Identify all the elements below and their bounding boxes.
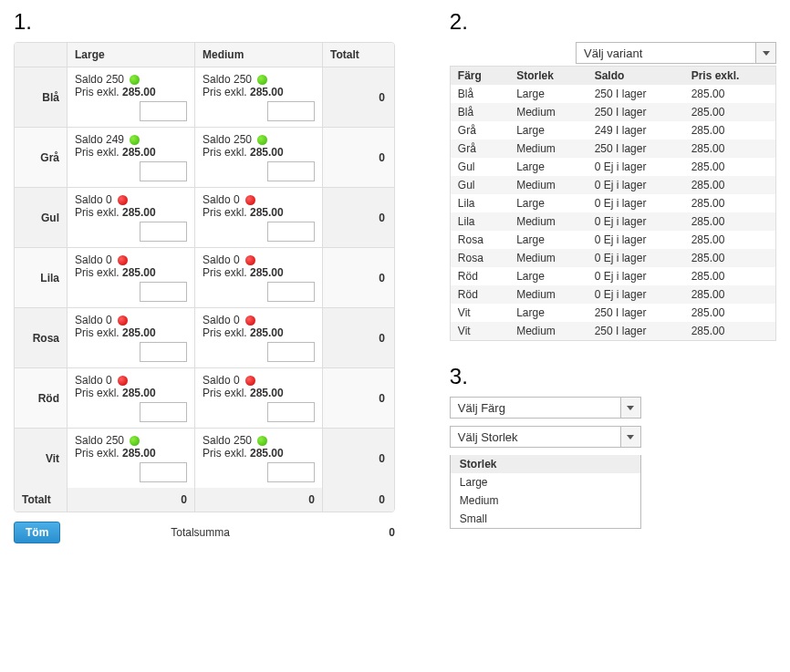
table-cell-storlek: Large xyxy=(509,194,587,212)
table-row[interactable]: BlåLarge250 I lager285.00 xyxy=(450,85,775,103)
qty-input[interactable] xyxy=(267,462,315,482)
grid-cell: Saldo 249Pris exkl. 285.00 xyxy=(68,128,195,187)
grid-row-color: Blå xyxy=(15,67,68,127)
table-cell-storlek: Large xyxy=(509,267,587,285)
grid-head-medium: Medium xyxy=(195,43,323,67)
qty-input[interactable] xyxy=(140,342,187,362)
table-row[interactable]: BlåMedium250 I lager285.00 xyxy=(450,103,775,121)
color-select-text: Välj Färg xyxy=(451,401,620,415)
price-line: Pris exkl. 285.00 xyxy=(203,266,315,279)
grid-row: GråSaldo 249Pris exkl. 285.00Saldo 250Pr… xyxy=(15,128,394,188)
price-line: Pris exkl. 285.00 xyxy=(203,146,315,159)
table-cell-farg: Gul xyxy=(450,158,509,176)
table-cell-farg: Grå xyxy=(450,140,509,158)
qty-input[interactable] xyxy=(140,282,187,302)
saldo-line: Saldo 249 xyxy=(75,133,187,146)
qty-input[interactable] xyxy=(267,161,315,181)
saldo-line: Saldo 0 xyxy=(203,314,315,326)
grid-row-color: Lila xyxy=(15,248,68,307)
chevron-down-icon xyxy=(755,43,775,63)
table-cell-saldo: 250 I lager xyxy=(587,103,684,121)
grid-row-total: 0 xyxy=(323,308,394,367)
table-row[interactable]: GulLarge0 Ej i lager285.00 xyxy=(450,158,775,176)
section-1-heading: 1. xyxy=(14,9,395,35)
vcol-saldo: Saldo xyxy=(587,67,684,86)
section-3-heading: 3. xyxy=(450,364,776,389)
table-cell-pris: 285.00 xyxy=(684,212,776,231)
vcol-pris: Pris exkl. xyxy=(684,67,776,86)
price-line: Pris exkl. 285.00 xyxy=(75,146,187,159)
saldo-line: Saldo 0 xyxy=(203,193,315,206)
table-cell-pris: 285.00 xyxy=(684,140,776,158)
price-line: Pris exkl. 285.00 xyxy=(203,326,315,339)
table-row[interactable]: RosaMedium0 Ej i lager285.00 xyxy=(450,249,775,267)
qty-input[interactable] xyxy=(140,222,187,242)
qty-input[interactable] xyxy=(267,282,315,302)
table-cell-storlek: Medium xyxy=(509,322,587,341)
grid-cell: Saldo 250Pris exkl. 285.00 xyxy=(68,429,195,488)
table-row[interactable]: GråMedium250 I lager285.00 xyxy=(450,140,775,158)
grid-cell: Saldo 0Pris exkl. 285.00 xyxy=(68,248,195,307)
table-cell-storlek: Medium xyxy=(509,103,587,121)
grid-cell: Saldo 250Pris exkl. 285.00 xyxy=(68,67,195,127)
price-line: Pris exkl. 285.00 xyxy=(75,447,187,460)
grid-row-color: Rosa xyxy=(15,308,68,367)
grid-head-total: Totalt xyxy=(323,43,394,67)
table-row[interactable]: VitMedium250 I lager285.00 xyxy=(450,322,775,341)
vcol-storlek: Storlek xyxy=(509,67,587,86)
price-line: Pris exkl. 285.00 xyxy=(203,387,315,399)
table-cell-saldo: 0 Ej i lager xyxy=(587,176,684,194)
totalsumma-label: Totalsumma xyxy=(78,526,322,539)
grid-cell: Saldo 0Pris exkl. 285.00 xyxy=(195,308,323,367)
qty-input[interactable] xyxy=(140,161,187,181)
table-cell-saldo: 0 Ej i lager xyxy=(587,212,684,231)
status-dot-green-icon xyxy=(257,436,267,446)
table-row[interactable]: RödLarge0 Ej i lager285.00 xyxy=(450,267,775,285)
table-cell-farg: Vit xyxy=(450,304,509,322)
table-cell-saldo: 0 Ej i lager xyxy=(587,267,684,285)
qty-input[interactable] xyxy=(140,462,187,482)
table-cell-saldo: 250 I lager xyxy=(587,85,684,103)
variant-grid: Large Medium Totalt BlåSaldo 250Pris exk… xyxy=(14,42,395,512)
grid-row-total: 0 xyxy=(323,67,394,127)
qty-input[interactable] xyxy=(267,342,315,362)
variant-select[interactable]: Välj variant xyxy=(576,42,776,64)
grid-row: RödSaldo 0Pris exkl. 285.00Saldo 0Pris e… xyxy=(15,368,394,429)
size-option[interactable]: Medium xyxy=(451,491,640,510)
status-dot-red-icon xyxy=(118,315,128,326)
chevron-down-icon xyxy=(620,398,640,418)
size-select[interactable]: Välj Storlek xyxy=(450,426,641,448)
qty-input[interactable] xyxy=(140,402,187,422)
table-cell-saldo: 250 I lager xyxy=(587,304,684,322)
table-cell-storlek: Medium xyxy=(509,140,587,158)
price-line: Pris exkl. 285.00 xyxy=(203,206,315,219)
qty-input[interactable] xyxy=(267,101,315,121)
grid-cell: Saldo 0Pris exkl. 285.00 xyxy=(195,368,323,428)
grid-row-total: 0 xyxy=(323,248,394,307)
qty-input[interactable] xyxy=(267,222,315,242)
table-cell-farg: Rosa xyxy=(450,249,509,267)
table-cell-farg: Rosa xyxy=(450,231,509,249)
table-cell-farg: Vit xyxy=(450,322,509,341)
table-cell-pris: 285.00 xyxy=(684,304,776,322)
table-row[interactable]: GråLarge249 I lager285.00 xyxy=(450,121,775,140)
size-option[interactable]: Large xyxy=(451,473,640,491)
qty-input[interactable] xyxy=(267,402,315,422)
table-row[interactable]: LilaMedium0 Ej i lager285.00 xyxy=(450,212,775,231)
table-row[interactable]: LilaLarge0 Ej i lager285.00 xyxy=(450,194,775,212)
table-row[interactable]: VitLarge250 I lager285.00 xyxy=(450,304,775,322)
table-cell-storlek: Large xyxy=(509,158,587,176)
table-cell-storlek: Medium xyxy=(509,285,587,304)
size-select-dropdown: Storlek LargeMediumSmall xyxy=(450,455,641,529)
table-row[interactable]: RosaLarge0 Ej i lager285.00 xyxy=(450,231,775,249)
table-cell-storlek: Large xyxy=(509,304,587,322)
qty-input[interactable] xyxy=(140,101,187,121)
clear-button[interactable]: Töm xyxy=(14,522,60,543)
size-option[interactable]: Small xyxy=(451,510,640,528)
saldo-line: Saldo 250 xyxy=(203,133,315,146)
color-select[interactable]: Välj Färg xyxy=(450,397,641,419)
table-row[interactable]: GulMedium0 Ej i lager285.00 xyxy=(450,176,775,194)
grid-row: GulSaldo 0Pris exkl. 285.00Saldo 0Pris e… xyxy=(15,188,394,248)
table-row[interactable]: RödMedium0 Ej i lager285.00 xyxy=(450,285,775,304)
grid-cell: Saldo 0Pris exkl. 285.00 xyxy=(195,248,323,307)
